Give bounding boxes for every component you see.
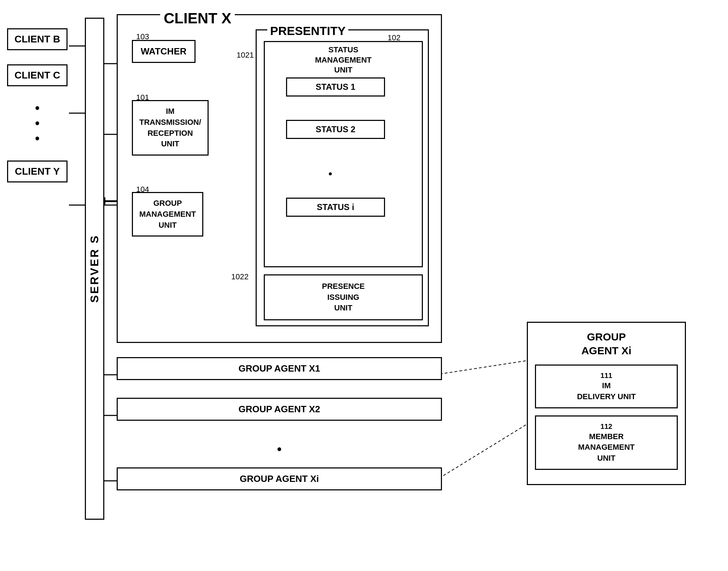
server-label: SERVER S bbox=[88, 234, 101, 303]
statusi-box: STATUS i bbox=[286, 198, 385, 217]
im-tx-box: IMTRANSMISSION/RECEPTIONUNIT bbox=[132, 100, 209, 156]
ref-1022: 1022 bbox=[231, 272, 249, 281]
im-tx-label: IMTRANSMISSION/RECEPTIONUNIT bbox=[139, 107, 201, 148]
ref-111: 111 bbox=[542, 371, 670, 380]
member-mgmt-box: 112 MEMBERMANAGEMENTUNIT bbox=[535, 415, 678, 470]
group-agents-area: GROUP AGENT X1 GROUP AGENT X2 • GROUP AG… bbox=[117, 357, 442, 508]
presence-issuing-box: PRESENCEISSUINGUNIT bbox=[264, 274, 423, 320]
group-agent-xi-label: GROUP AGENT Xi bbox=[240, 473, 319, 484]
group-agent-x1-label: GROUP AGENT X1 bbox=[238, 363, 320, 374]
group-mgmt-box: GROUPMANAGEMENTUNIT bbox=[132, 192, 203, 237]
status-mgmt-area: 1021 STATUSMANAGEMENTUNIT STATUS 1 STATU… bbox=[264, 41, 423, 267]
group-agent-x2-label: GROUP AGENT X2 bbox=[238, 404, 320, 414]
watcher-box: WATCHER bbox=[132, 40, 196, 63]
presentity-title: PRESENTITY bbox=[267, 24, 348, 38]
client-b-box: CLIENT B bbox=[7, 28, 68, 50]
group-agent-xi-row: GROUP AGENT Xi bbox=[117, 467, 442, 490]
member-mgmt-label: MEMBERMANAGEMENTUNIT bbox=[578, 432, 635, 463]
client-x-title: CLIENT X bbox=[160, 10, 235, 27]
clients-dots: ••• bbox=[7, 100, 68, 146]
status-mgmt-label: STATUSMANAGEMENTUNIT bbox=[265, 45, 422, 75]
server-bar: SERVER S bbox=[85, 18, 104, 520]
group-agent-x2-row: GROUP AGENT X2 bbox=[117, 398, 442, 421]
group-agent-x1-row: GROUP AGENT X1 bbox=[117, 357, 442, 380]
status2-box: STATUS 2 bbox=[286, 120, 385, 139]
statusi-label: STATUS i bbox=[317, 202, 354, 212]
status2-label: STATUS 2 bbox=[316, 124, 355, 134]
gax-title: GROUPAGENT Xi bbox=[535, 330, 678, 357]
client-y-box: CLIENT Y bbox=[7, 161, 68, 182]
status1-box: STATUS 1 bbox=[286, 77, 385, 97]
group-mgmt-label: GROUPMANAGEMENTUNIT bbox=[139, 199, 196, 229]
client-c-box: CLIENT C bbox=[7, 64, 68, 86]
group-agents-dots: • bbox=[117, 438, 442, 460]
group-agent-xi-box: GROUP AGENT Xi bbox=[117, 467, 442, 490]
group-agent-x1-box: GROUP AGENT X1 bbox=[117, 357, 442, 380]
presence-issuing-label: PRESENCEISSUINGUNIT bbox=[322, 281, 365, 314]
status1-label: STATUS 1 bbox=[316, 82, 355, 92]
group-agent-xi-detail: GROUPAGENT Xi 111 IMDELIVERY UNIT 112 ME… bbox=[527, 322, 686, 485]
status-dots: • bbox=[328, 168, 332, 180]
im-delivery-label: IMDELIVERY UNIT bbox=[577, 381, 636, 401]
presentity-area: PRESENTITY 102 1021 STATUSMANAGEMENTUNIT… bbox=[256, 29, 429, 326]
group-agent-x2-box: GROUP AGENT X2 bbox=[117, 398, 442, 421]
client-y-label: CLIENT Y bbox=[15, 166, 60, 177]
watcher-label: WATCHER bbox=[141, 46, 187, 57]
client-x-area: CLIENT X 103 WATCHER 101 IMTRANSMISSION/… bbox=[117, 14, 442, 343]
ref-112: 112 bbox=[542, 421, 670, 431]
client-c-label: CLIENT C bbox=[14, 70, 60, 81]
client-b-label: CLIENT B bbox=[14, 34, 60, 45]
ref-1021: 1021 bbox=[237, 51, 254, 60]
im-delivery-box: 111 IMDELIVERY UNIT bbox=[535, 365, 678, 408]
